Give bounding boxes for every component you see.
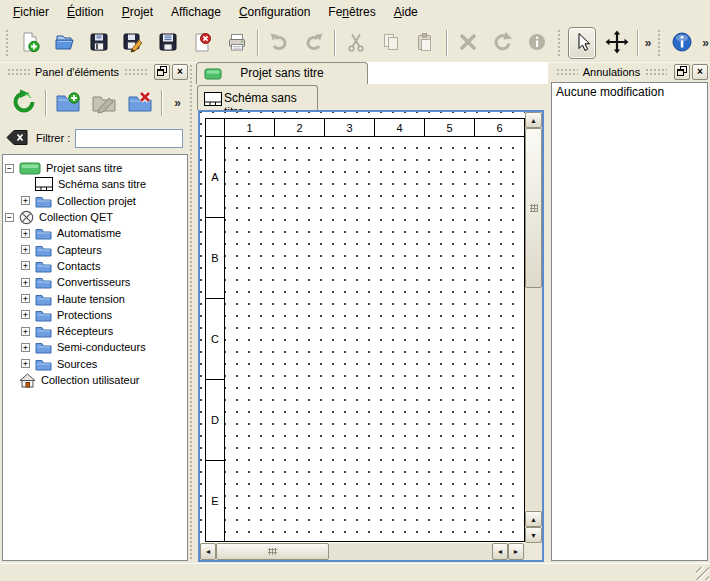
scroll-left-button[interactable]: ◄	[492, 543, 508, 560]
float-button[interactable]	[154, 64, 170, 80]
properties-button[interactable]	[523, 27, 552, 59]
pan-move-icon	[605, 30, 629, 56]
expand-icon[interactable]: +	[21, 359, 30, 368]
scroll-left-button[interactable]: ◄	[200, 543, 216, 560]
menu-configuration[interactable]: Configuration	[230, 1, 319, 23]
tree-item-automatisme[interactable]: + Automatisme	[3, 225, 187, 241]
undo-button[interactable]	[265, 27, 294, 59]
tree-item-haute-tension[interactable]: + Haute tension	[3, 290, 187, 306]
tree-item-schema[interactable]: Schéma sans titre	[3, 176, 187, 192]
redo-button[interactable]	[300, 27, 329, 59]
elements-panel-titlebar[interactable]: Panel d'éléments ×	[2, 64, 188, 80]
tree-item-recepteurs[interactable]: + Récepteurs	[3, 323, 187, 339]
delete-category-button[interactable]	[124, 87, 156, 119]
close-document-icon	[191, 31, 213, 55]
close-document-button[interactable]	[188, 27, 217, 59]
save-all-button[interactable]	[154, 27, 183, 59]
expand-icon[interactable]: +	[21, 245, 30, 254]
paste-button[interactable]	[411, 27, 440, 59]
new-category-button[interactable]	[52, 87, 84, 119]
size-grip[interactable]	[696, 567, 709, 580]
edit-category-button[interactable]	[88, 87, 120, 119]
collapse-icon[interactable]: −	[5, 164, 14, 173]
toolbar-grip[interactable]	[557, 29, 561, 57]
folder-icon	[35, 340, 52, 354]
folder-plus-icon	[55, 90, 81, 116]
expand-icon[interactable]: +	[21, 294, 30, 303]
tree-item-label: Projet sans titre	[46, 162, 122, 174]
expand-icon[interactable]: +	[21, 261, 30, 270]
float-button[interactable]	[674, 64, 690, 80]
scroll-down-button[interactable]: ▼	[525, 527, 542, 543]
tree-item-collection-qet[interactable]: − Collection QET	[3, 209, 187, 225]
tree-item-capteurs[interactable]: + Capteurs	[3, 241, 187, 257]
menubar: Fichier Édition Projet Affichage Configu…	[0, 0, 710, 24]
tree-item-sources[interactable]: + Sources	[3, 356, 187, 372]
delete-button[interactable]	[454, 27, 483, 59]
collapse-icon[interactable]: −	[5, 213, 14, 222]
folder-delete-icon	[127, 90, 153, 116]
tree-item-semi-conducteurs[interactable]: + Semi-conducteurs	[3, 339, 187, 355]
pan-tool-button[interactable]	[602, 27, 631, 59]
expand-icon[interactable]: +	[21, 310, 30, 319]
dock-splitter[interactable]	[189, 64, 193, 561]
tree-item-protections[interactable]: + Protections	[3, 307, 187, 323]
copy-button[interactable]	[377, 27, 406, 59]
toolbar-grip[interactable]	[657, 29, 661, 57]
print-button[interactable]	[223, 27, 252, 59]
horizontal-scroll-thumb[interactable]	[216, 543, 329, 560]
menu-edition[interactable]: Édition	[58, 1, 113, 23]
column-header: 4	[374, 118, 425, 137]
close-button[interactable]: ×	[172, 64, 188, 80]
tree-item-collection-projet[interactable]: + Collection projet	[3, 193, 187, 209]
tree-item-contacts[interactable]: + Contacts	[3, 258, 187, 274]
select-tool-button[interactable]	[568, 27, 597, 59]
folder-icon	[35, 226, 52, 240]
about-info-button[interactable]	[668, 27, 697, 59]
undo-history-list[interactable]: Aucune modification	[551, 82, 708, 561]
toolbar-overflow-chevron[interactable]: »	[642, 36, 655, 50]
expand-icon[interactable]: +	[21, 343, 30, 352]
new-document-button[interactable]	[15, 27, 44, 59]
clear-filter-button[interactable]	[6, 129, 29, 148]
folder-pencil-icon	[91, 90, 117, 116]
expand-icon[interactable]: +	[21, 229, 30, 238]
close-button[interactable]: ×	[692, 64, 708, 80]
horizontal-scrollbar[interactable]: ◄ ◄ ►	[200, 543, 525, 560]
tree-item-convertisseurs[interactable]: + Convertisseurs	[3, 274, 187, 290]
tab-projet-sans-titre[interactable]: Projet sans titre	[196, 62, 368, 84]
tab-label: Projet sans titre	[197, 66, 367, 80]
filter-input[interactable]	[75, 129, 183, 148]
scroll-up-button[interactable]: ▲	[525, 112, 542, 128]
cut-button[interactable]	[342, 27, 371, 59]
vertical-scroll-thumb[interactable]	[525, 128, 542, 288]
diagram-view: 1 2 3 4 5 6 A B C D E ▲ ▲ ▼ ◄ ◄ ►	[198, 110, 544, 562]
open-document-button[interactable]	[50, 27, 79, 59]
tab-schema-sans-titre[interactable]: Schéma sans titre	[197, 85, 318, 110]
menu-projet[interactable]: Projet	[113, 1, 162, 23]
reload-collections-button[interactable]	[8, 87, 40, 119]
toolbar-overflow-chevron[interactable]: »	[699, 36, 710, 50]
panel-overflow-chevron[interactable]: »	[171, 96, 184, 110]
save-as-button[interactable]	[119, 27, 148, 59]
save-all-icon	[157, 31, 179, 55]
save-button[interactable]	[85, 27, 114, 59]
expand-icon[interactable]: +	[21, 327, 30, 336]
annulations-titlebar[interactable]: Annulations ×	[551, 64, 708, 80]
diagram-canvas[interactable]: 1 2 3 4 5 6 A B C D E	[200, 112, 525, 543]
vertical-scrollbar[interactable]: ▲ ▲ ▼	[525, 112, 542, 543]
scroll-up-button[interactable]: ▲	[525, 511, 542, 527]
tree-item-project[interactable]: − Projet sans titre	[3, 160, 187, 176]
filter-label: Filtrer :	[36, 132, 70, 144]
menu-aide[interactable]: Aide	[385, 1, 427, 23]
scroll-right-button[interactable]: ►	[508, 543, 524, 560]
toolbar-grip[interactable]	[5, 29, 9, 57]
row-header: C	[205, 298, 225, 380]
menu-affichage[interactable]: Affichage	[162, 1, 230, 23]
expand-icon[interactable]: +	[21, 278, 30, 287]
menu-fichier[interactable]: Fichier	[4, 1, 58, 23]
menu-fenetres[interactable]: Fenêtres	[319, 1, 384, 23]
tree-item-collection-utilisateur[interactable]: Collection utilisateur	[3, 372, 187, 388]
expand-icon[interactable]: +	[21, 196, 30, 205]
rotate-button[interactable]	[488, 27, 517, 59]
